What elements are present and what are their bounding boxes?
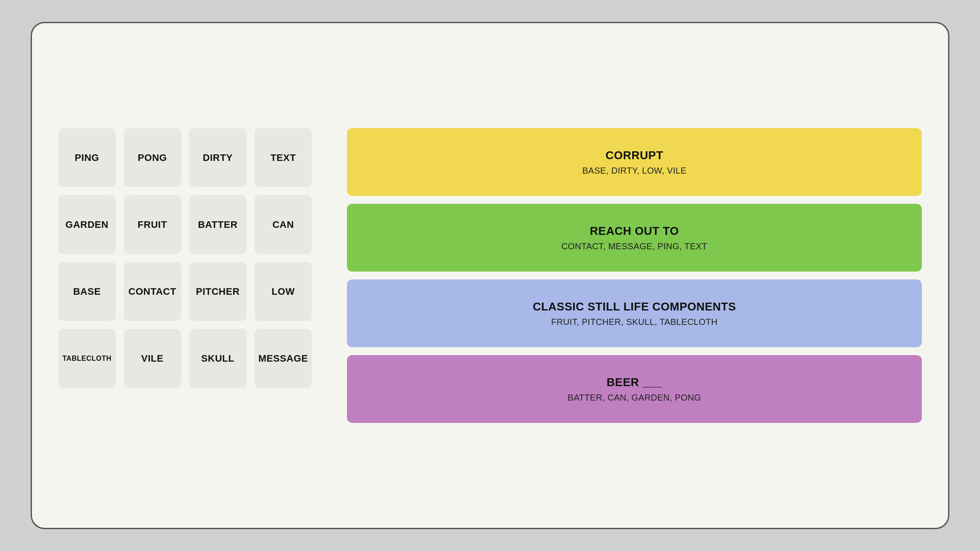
category-title-classic-still-life: CLASSIC STILL LIFE COMPONENTS bbox=[533, 300, 736, 314]
word-tile-ping[interactable]: PING bbox=[58, 128, 116, 187]
category-words-reach-out-to: CONTACT, MESSAGE, PING, TEXT bbox=[561, 241, 707, 251]
word-tile-text[interactable]: TEXT bbox=[255, 128, 312, 187]
word-tile-tablecloth[interactable]: TABLECLOTH bbox=[58, 329, 116, 388]
category-words-classic-still-life: FRUIT, PITCHER, SKULL, TABLECLOTH bbox=[551, 317, 718, 327]
category-card-reach-out-to: REACH OUT TOCONTACT, MESSAGE, PING, TEXT bbox=[347, 204, 922, 272]
word-tile-pitcher[interactable]: PITCHER bbox=[189, 262, 247, 321]
category-title-beer: BEER ___ bbox=[607, 376, 662, 389]
category-words-corrupt: BASE, DIRTY, LOW, VILE bbox=[582, 166, 686, 176]
word-tile-vile[interactable]: VILE bbox=[124, 329, 182, 388]
outer-container: PINGPONGDIRTYTEXTGARDENFRUITBATTERCANBAS… bbox=[31, 22, 949, 529]
category-card-corrupt: CORRUPTBASE, DIRTY, LOW, VILE bbox=[347, 128, 922, 196]
word-tile-garden[interactable]: GARDEN bbox=[58, 195, 116, 254]
word-tile-dirty[interactable]: DIRTY bbox=[189, 128, 247, 187]
category-words-beer: BATTER, CAN, GARDEN, PONG bbox=[568, 393, 701, 403]
word-tile-contact[interactable]: CONTACT bbox=[124, 262, 182, 321]
category-card-classic-still-life: CLASSIC STILL LIFE COMPONENTSFRUIT, PITC… bbox=[347, 279, 922, 347]
word-tile-skull[interactable]: SKULL bbox=[189, 329, 247, 388]
category-title-corrupt: CORRUPT bbox=[606, 149, 663, 162]
category-title-reach-out-to: REACH OUT TO bbox=[590, 224, 679, 238]
category-card-beer: BEER ___BATTER, CAN, GARDEN, PONG bbox=[347, 355, 922, 423]
word-tile-pong[interactable]: PONG bbox=[124, 128, 182, 187]
word-tile-batter[interactable]: BATTER bbox=[189, 195, 247, 254]
word-tile-low[interactable]: LOW bbox=[255, 262, 312, 321]
word-tile-can[interactable]: CAN bbox=[255, 195, 312, 254]
word-grid: PINGPONGDIRTYTEXTGARDENFRUITBATTERCANBAS… bbox=[58, 128, 312, 388]
word-tile-base[interactable]: BASE bbox=[58, 262, 116, 321]
main-layout: PINGPONGDIRTYTEXTGARDENFRUITBATTERCANBAS… bbox=[58, 128, 922, 423]
categories-panel: CORRUPTBASE, DIRTY, LOW, VILEREACH OUT T… bbox=[347, 128, 922, 423]
word-tile-message[interactable]: MESSAGE bbox=[255, 329, 312, 388]
word-tile-fruit[interactable]: FRUIT bbox=[124, 195, 182, 254]
